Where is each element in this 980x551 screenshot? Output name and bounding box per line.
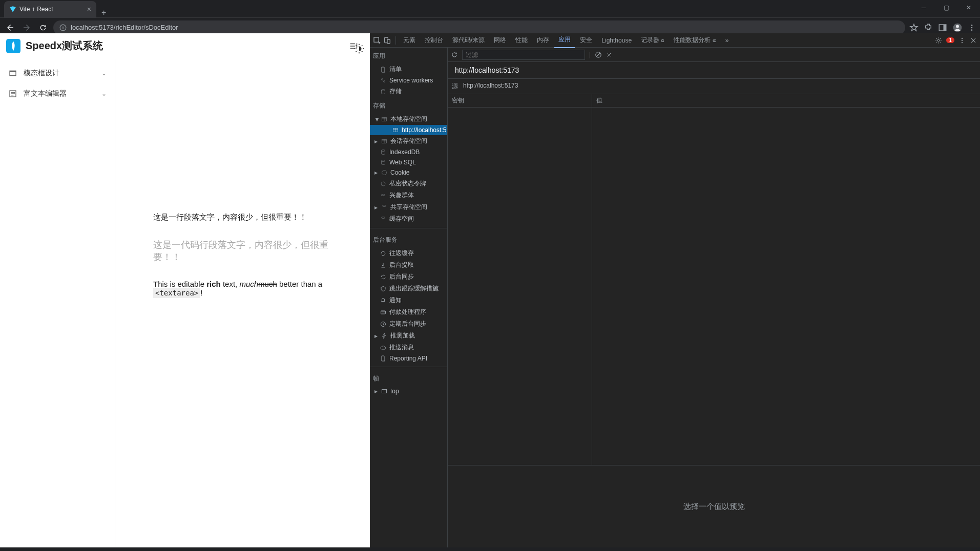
chevron-down-icon: ⌄	[101, 90, 107, 97]
tab-lighthouse[interactable]: Lighthouse	[597, 34, 636, 47]
tree-bounce-tracking[interactable]: 跳出跟踪缓解措施	[370, 283, 447, 294]
tree-reporting-api[interactable]: Reporting API	[370, 353, 447, 364]
tree-shared-storage[interactable]: ▸ 共享存储空间	[370, 201, 447, 213]
svg-point-35	[962, 39, 963, 40]
clear-all-icon[interactable]	[595, 51, 602, 58]
error-badge[interactable]: 1	[946, 37, 954, 43]
maximize-button[interactable]: ▢	[935, 0, 957, 15]
triangle-right-icon: ▸	[374, 332, 378, 340]
tab-memory[interactable]: 内存	[533, 33, 553, 48]
storage-view: | http://localhost:5173 源 http://localho…	[448, 48, 980, 547]
svg-point-7	[971, 25, 973, 26]
tree-local-storage-origin[interactable]: http://localhost:5173	[370, 125, 447, 135]
col-header-key[interactable]: 密钥	[448, 94, 592, 108]
triangle-right-icon: ▸	[374, 204, 378, 211]
tree-frame-top[interactable]: ▸ top	[370, 386, 447, 396]
editor-content[interactable]: 这是一行段落文字，内容很少，但很重要！！ 这是一代码行段落文字，内容很少，但很重…	[115, 59, 370, 547]
database-icon	[380, 216, 386, 222]
section-background: 后台服务	[370, 231, 447, 247]
tree-interest-groups[interactable]: 兴趣群体	[370, 189, 447, 201]
paragraph-1[interactable]: 这是一行段落文字，内容很少，但很重要！！	[153, 213, 355, 222]
profile-avatar-icon[interactable]	[952, 23, 963, 33]
group-icon	[380, 193, 386, 199]
svg-point-53	[382, 194, 383, 196]
tree-service-workers[interactable]: Service workers	[370, 75, 447, 86]
tree-bg-sync[interactable]: 后台同步	[370, 271, 447, 283]
extensions-icon[interactable]	[924, 23, 933, 32]
svg-line-62	[597, 53, 600, 56]
paragraph-3[interactable]: This is editable rich text, muchmuch bet…	[153, 280, 355, 297]
tab-application[interactable]: 应用	[554, 32, 575, 48]
tree-push-messaging[interactable]: 推送消息	[370, 342, 447, 353]
sidebar: 模态框设计 ⌄ 富文本编辑器 ⌄	[0, 59, 115, 547]
section-application: 应用	[370, 48, 447, 63]
tab-security[interactable]: 安全	[576, 33, 596, 48]
tree-cookies[interactable]: ▸ Cookie	[370, 167, 447, 178]
tree-private-tokens[interactable]: 私密状态令牌	[370, 178, 447, 189]
col-header-value[interactable]: 值	[592, 94, 980, 108]
gear-icon[interactable]	[935, 37, 942, 44]
tree-notifications[interactable]: 通知	[370, 294, 447, 306]
new-tab-button[interactable]: +	[96, 8, 111, 17]
svg-point-36	[962, 41, 963, 43]
bookmark-star-icon[interactable]	[909, 23, 919, 32]
bolt-icon	[381, 333, 387, 339]
tree-storage[interactable]: 存储	[370, 86, 447, 97]
tree-speculative-loads[interactable]: ▸推测加载	[370, 330, 447, 342]
refresh-icon[interactable]	[451, 51, 458, 58]
text-run: !	[200, 288, 202, 297]
svg-rect-28	[11, 93, 15, 94]
paragraph-2[interactable]: 这是一代码行段落文字，内容很少，但很重要！！	[153, 239, 355, 263]
table-icon	[381, 116, 387, 122]
kebab-menu-icon[interactable]	[968, 24, 976, 32]
tab-sources[interactable]: 源代码/来源	[448, 33, 489, 48]
close-icon[interactable]: ×	[87, 5, 91, 13]
tree-payment-handler[interactable]: 付款处理程序	[370, 306, 447, 318]
device-toolbar-icon[interactable]	[383, 36, 391, 45]
sidebar-item-modal-design[interactable]: 模态框设计 ⌄	[0, 63, 115, 83]
close-devtools-icon[interactable]	[970, 37, 977, 44]
source-label: 源	[452, 82, 458, 91]
tree-indexeddb[interactable]: IndexedDB	[370, 147, 447, 157]
tree-websql[interactable]: Web SQL	[370, 157, 447, 167]
inspect-element-icon[interactable]	[373, 36, 381, 45]
back-button[interactable]	[4, 22, 16, 34]
tree-bfcache[interactable]: 往返缓存	[370, 247, 447, 259]
svg-point-38	[384, 81, 385, 82]
more-tabs-button[interactable]: »	[721, 34, 733, 47]
tab-recorder[interactable]: 记录器 ⍺	[637, 33, 669, 48]
tree-cache-storage[interactable]: 缓存空间	[370, 213, 447, 225]
tab-console[interactable]: 控制台	[421, 33, 447, 48]
tab-performance[interactable]: 性能	[511, 33, 532, 48]
svg-rect-1	[62, 27, 63, 29]
forward-button[interactable]	[20, 22, 33, 34]
tab-perf-insights[interactable]: 性能数据分析 ⍺	[670, 33, 720, 48]
svg-point-56	[382, 217, 385, 218]
triangle-down-icon: ▼	[374, 116, 378, 123]
triangle-right-icon: ▸	[374, 388, 378, 395]
vite-favicon-icon	[9, 6, 16, 13]
close-window-button[interactable]: ✕	[957, 0, 980, 15]
filter-input[interactable]	[462, 50, 585, 60]
svg-rect-27	[11, 92, 15, 93]
kebab-menu-icon[interactable]	[958, 37, 966, 44]
delete-icon[interactable]	[606, 52, 612, 58]
gears-icon	[380, 77, 386, 83]
tree-bg-fetch[interactable]: 后台提取	[370, 259, 447, 271]
tab-network[interactable]: 网络	[490, 33, 510, 48]
theme-toggle-icon[interactable]	[353, 43, 365, 54]
bell-icon	[380, 298, 386, 304]
section-frames: 帧	[370, 370, 447, 386]
svg-rect-57	[381, 311, 386, 314]
reload-button[interactable]	[37, 22, 49, 34]
tab-elements[interactable]: 元素	[399, 33, 420, 48]
tree-local-storage[interactable]: ▼ 本地存储空间	[370, 113, 447, 125]
browser-tab[interactable]: Vite + React ×	[4, 1, 96, 17]
tree-session-storage[interactable]: ▸ 会话存储空间	[370, 135, 447, 147]
svg-point-49	[382, 150, 385, 152]
tree-periodic-sync[interactable]: 定期后台同步	[370, 318, 447, 330]
side-panel-icon[interactable]	[938, 23, 947, 32]
minimize-button[interactable]: ─	[912, 0, 935, 15]
tree-manifest[interactable]: 清单	[370, 63, 447, 75]
sidebar-item-rich-editor[interactable]: 富文本编辑器 ⌄	[0, 83, 115, 104]
